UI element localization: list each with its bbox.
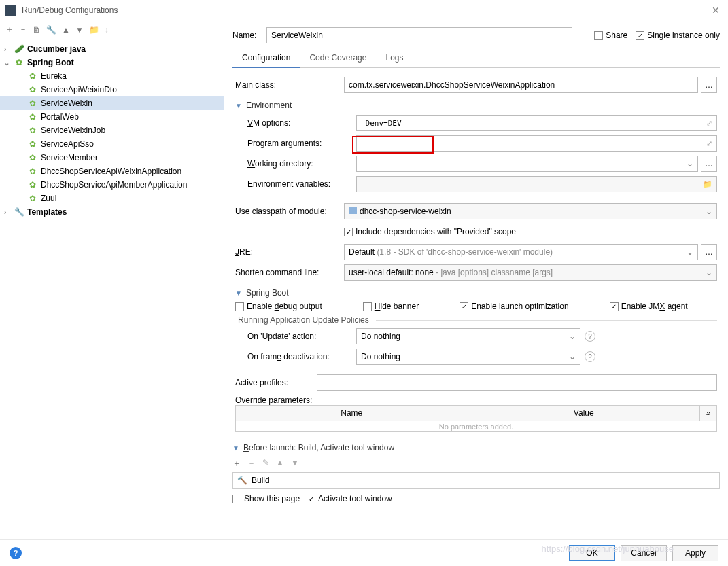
cancel-button[interactable]: Cancel	[621, 545, 667, 561]
enable-launch-label: Enable launch optimization	[471, 302, 568, 311]
single-instance-checkbox[interactable]: Single instance only	[636, 31, 720, 40]
update-action-select[interactable]: Do nothing⌄	[356, 328, 580, 344]
working-dir-browse[interactable]: …	[701, 156, 717, 172]
app-icon	[5, 5, 16, 16]
tree-item[interactable]: ✿Eureka	[0, 69, 224, 83]
col-name: Name	[236, 406, 468, 421]
env-vars-label: Environment variables:	[247, 179, 356, 189]
spring-leaf-icon: ✿	[27, 139, 38, 149]
bl-up-icon[interactable]: ▲	[276, 458, 284, 470]
update-action-label: On 'Update' action:	[247, 332, 356, 341]
enable-debug-label: Enable debug output	[247, 302, 322, 311]
tree-label: ServiceApiWeixinDto	[41, 85, 117, 94]
add-icon[interactable]: ＋	[5, 24, 14, 35]
spring-leaf-icon: ✿	[27, 125, 38, 136]
env-vars-input[interactable]: 📁	[356, 176, 717, 192]
tabs: Configuration Code Coverage Logs	[232, 49, 720, 68]
bl-remove-icon[interactable]: －	[247, 458, 256, 470]
help-button[interactable]: ?	[10, 547, 22, 559]
vm-options-input[interactable]: -Denv=DEV⤢	[356, 115, 717, 131]
ok-button[interactable]: OK	[569, 545, 615, 561]
bl-add-icon[interactable]: ＋	[232, 458, 241, 470]
tab-configuration[interactable]: Configuration	[232, 49, 300, 68]
down-icon[interactable]: ▼	[75, 25, 84, 35]
expand-icon[interactable]: ⤢	[706, 139, 712, 148]
tree-label: PortalWeb	[41, 112, 79, 122]
before-launch-toolbar: ＋ － ✎ ▲ ▼	[232, 455, 720, 472]
name-input[interactable]	[266, 27, 572, 43]
enable-jmx-checkbox[interactable]: Enable JMX agent	[610, 302, 688, 311]
working-dir-input[interactable]: ⌄	[356, 156, 698, 172]
spring-leaf-icon: ✿	[27, 98, 38, 109]
close-icon[interactable]: ✕	[709, 5, 723, 16]
tree-item[interactable]: ✿DhccShopServiceApiWeixinApplication	[0, 164, 224, 178]
spring-leaf-icon: ✿	[27, 166, 38, 177]
help-icon[interactable]: ?	[585, 351, 595, 362]
tree-item-selected[interactable]: ✿ServiceWeixin	[0, 96, 224, 110]
include-provided-checkbox[interactable]: Include dependencies with "Provided" sco…	[344, 227, 516, 236]
jre-browse[interactable]: …	[701, 244, 717, 260]
main-class-browse[interactable]: …	[701, 77, 717, 93]
hide-banner-checkbox[interactable]: Hide banner	[363, 302, 419, 311]
active-profiles-label: Active profiles:	[235, 378, 317, 387]
activate-tool-window-checkbox[interactable]: Activate tool window	[307, 494, 392, 503]
enable-launch-checkbox[interactable]: Enable launch optimization	[460, 302, 568, 311]
classpath-select[interactable]: dhcc-shop-service-weixin⌄	[344, 203, 717, 219]
active-profiles-input[interactable]	[317, 374, 717, 391]
environment-section[interactable]: ▼Environment	[235, 101, 717, 110]
copy-icon[interactable]: 🗎	[33, 25, 41, 35]
tree-label: Zuul	[41, 194, 56, 203]
tab-logs[interactable]: Logs	[376, 49, 413, 67]
tree-label: Cucumber java	[27, 44, 86, 54]
tab-code-coverage[interactable]: Code Coverage	[300, 49, 376, 67]
enable-jmx-label: Enable JMX agent	[621, 302, 688, 311]
tree-item[interactable]: ✿Zuul	[0, 192, 224, 205]
tree-label: ServiceMember	[41, 153, 98, 162]
springboot-section-label: Spring Boot	[246, 288, 289, 298]
share-checkbox[interactable]: Share	[594, 31, 627, 40]
override-params-table[interactable]: Name Value » No parameters added.	[235, 405, 717, 432]
tree-springboot[interactable]: ⌄✿ Spring Boot	[0, 56, 224, 69]
tree-cucumber[interactable]: ›🥒 Cucumber java	[0, 42, 224, 56]
tree-item[interactable]: ✿ServiceApiSso	[0, 137, 224, 151]
jre-select[interactable]: Default (1.8 - SDK of 'dhcc-shop-service…	[344, 244, 698, 260]
params-more-icon[interactable]: »	[700, 406, 716, 421]
show-this-page-checkbox[interactable]: Show this page	[232, 494, 300, 503]
bl-down-icon[interactable]: ▼	[291, 458, 299, 470]
tree-item[interactable]: ✿ServiceMember	[0, 151, 224, 164]
spring-leaf-icon: ✿	[27, 193, 38, 204]
spring-leaf-icon: ✿	[27, 71, 38, 82]
remove-icon[interactable]: －	[19, 24, 27, 35]
folder-icon[interactable]: 📁	[703, 180, 712, 189]
templates-icon: 🔧	[14, 207, 24, 217]
frame-deactivation-select[interactable]: Do nothing⌄	[356, 349, 580, 365]
cucumber-icon: 🥒	[14, 43, 24, 54]
shorten-select[interactable]: user-local default: none - java [options…	[344, 264, 717, 281]
enable-debug-checkbox[interactable]: Enable debug output	[235, 302, 322, 311]
help-icon[interactable]: ?	[585, 331, 595, 342]
spring-leaf-icon: ✿	[27, 84, 38, 95]
tree-item[interactable]: ✿DhccShopServiceApiMemberApplication	[0, 178, 224, 192]
wrench-icon[interactable]: 🔧	[46, 25, 56, 35]
tree-item[interactable]: ✿PortalWeb	[0, 110, 224, 124]
tree-label: ServiceWeixin	[41, 99, 92, 108]
tree-templates[interactable]: ›🔧 Templates	[0, 205, 224, 219]
bl-edit-icon[interactable]: ✎	[262, 458, 269, 470]
config-tree[interactable]: ›🥒 Cucumber java ⌄✿ Spring Boot ✿Eureka …	[0, 39, 224, 546]
build-task-row[interactable]: 🔨 Build	[232, 472, 720, 489]
folder-action-icon[interactable]: 📁	[89, 25, 99, 35]
up-icon[interactable]: ▲	[62, 25, 70, 35]
activate-window-label: Activate tool window	[318, 494, 392, 503]
sort-icon[interactable]: ↕	[105, 25, 109, 35]
apply-button[interactable]: Apply	[672, 545, 718, 561]
main-class-input[interactable]: com.tx.serviceweixin.DhccShopServiceWeix…	[344, 77, 698, 93]
before-launch-section[interactable]: ▼Before launch: Build, Activate tool win…	[232, 443, 720, 453]
program-args-input[interactable]: ⤢	[356, 135, 717, 152]
no-params-text: No parameters added.	[236, 421, 716, 432]
expand-icon[interactable]: ⤢	[706, 119, 712, 128]
right-panel: Name: Share Single instance only Configu…	[224, 20, 728, 566]
tree-item[interactable]: ✿ServiceApiWeixinDto	[0, 83, 224, 96]
before-launch-label: Before launch: Build, Activate tool wind…	[243, 443, 394, 453]
springboot-section[interactable]: ▼Spring Boot	[235, 288, 717, 298]
tree-item[interactable]: ✿ServiceWeixinJob	[0, 124, 224, 137]
